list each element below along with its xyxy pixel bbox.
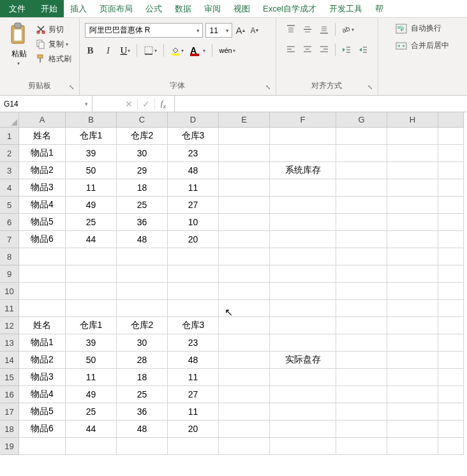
cell-H18[interactable] [387,420,438,438]
cell-G1[interactable] [336,128,387,145]
row-header-18[interactable]: 18 [0,420,19,438]
row-header-1[interactable]: 1 [0,128,19,145]
cell-D9[interactable] [168,265,219,283]
cell-B11[interactable] [66,300,117,317]
cell-B10[interactable] [66,283,117,300]
cell-H14[interactable] [387,352,438,369]
cell-5[interactable] [438,197,464,214]
cell-H5[interactable] [387,197,438,214]
tab-10[interactable]: 帮 [369,0,390,17]
cell-A9[interactable] [19,265,66,283]
cell-A12[interactable]: 姓名 [19,317,66,334]
phonetic-button[interactable]: wén▾ [219,47,235,54]
row-header-9[interactable]: 9 [0,265,19,283]
cell-B19[interactable] [66,438,117,455]
cell-E11[interactable] [219,300,270,317]
cell-E4[interactable] [219,179,270,197]
row-header-16[interactable]: 16 [0,386,19,403]
cell-1[interactable] [438,128,464,145]
cell-A3[interactable]: 物品2 [19,162,66,179]
cell-B12[interactable]: 仓库1 [66,317,117,334]
cell-D14[interactable]: 48 [168,352,219,369]
cell-D8[interactable] [168,248,219,265]
select-all-corner[interactable] [0,112,19,128]
align-right-button[interactable] [318,44,330,56]
cell-B6[interactable]: 25 [66,214,117,231]
align-top-button[interactable] [285,24,297,35]
col-header-F[interactable]: F [270,112,336,128]
cell-D4[interactable]: 11 [168,179,219,197]
cell-F17[interactable] [270,403,336,420]
cell-C9[interactable] [117,265,168,283]
cell-C3[interactable]: 29 [117,162,168,179]
cell-F16[interactable] [270,386,336,403]
cell-H16[interactable] [387,386,438,403]
fill-color-button[interactable]: ▾ [170,45,184,56]
cell-D15[interactable]: 11 [168,369,219,386]
row-header-4[interactable]: 4 [0,179,19,197]
row-header-2[interactable]: 2 [0,145,19,162]
cell-A15[interactable]: 物品3 [19,369,66,386]
align-center-button[interactable] [302,44,313,56]
cell-F10[interactable] [270,283,336,300]
cell-G13[interactable] [336,334,387,352]
cell-B18[interactable]: 44 [66,420,117,438]
insert-function-button[interactable]: fx [155,98,172,110]
cell-F19[interactable] [270,438,336,455]
cell-H7[interactable] [387,231,438,248]
cell-B3[interactable]: 50 [66,162,117,179]
cell-D1[interactable]: 仓库3 [168,128,219,145]
cell-G18[interactable] [336,420,387,438]
cell-H12[interactable] [387,317,438,334]
cell-14[interactable] [438,352,464,369]
tab-4[interactable]: 公式 [139,0,168,17]
cell-E6[interactable] [219,214,270,231]
cell-B4[interactable]: 11 [66,179,117,197]
cell-D17[interactable]: 11 [168,403,219,420]
cell-E17[interactable] [219,403,270,420]
cell-C4[interactable]: 18 [117,179,168,197]
cell-C10[interactable] [117,283,168,300]
font-size-dropdown[interactable]: 11▾ [205,23,232,38]
cell-C19[interactable] [117,438,168,455]
cell-D6[interactable]: 10 [168,214,219,231]
tab-0[interactable]: 文件 [0,0,34,17]
cell-C7[interactable]: 48 [117,231,168,248]
cell-F8[interactable] [270,248,336,265]
cell-16[interactable] [438,386,464,403]
col-header-E[interactable]: E [219,112,270,128]
cell-C6[interactable]: 36 [117,214,168,231]
cell-B13[interactable]: 39 [66,334,117,352]
cut-button[interactable]: 剪切 [36,24,71,35]
cell-18[interactable] [438,420,464,438]
cell-B7[interactable]: 44 [66,231,117,248]
cell-H9[interactable] [387,265,438,283]
align-middle-button[interactable] [302,24,313,35]
row-header-5[interactable]: 5 [0,197,19,214]
cell-G7[interactable] [336,231,387,248]
cell-A11[interactable] [19,300,66,317]
cell-F11[interactable] [270,300,336,317]
tab-2[interactable]: 插入 [64,0,93,17]
cell-F13[interactable] [270,334,336,352]
cell-C15[interactable]: 18 [117,369,168,386]
row-header-19[interactable]: 19 [0,438,19,455]
cell-E19[interactable] [219,438,270,455]
cell-15[interactable] [438,369,464,386]
cell-C2[interactable]: 30 [117,145,168,162]
tab-5[interactable]: 数据 [168,0,198,17]
cell-D10[interactable] [168,283,219,300]
underline-button[interactable]: U▾ [121,45,131,56]
cell-A7[interactable]: 物品6 [19,231,66,248]
cell-D11[interactable] [168,300,219,317]
col-header-G[interactable]: G [336,112,387,128]
cell-C12[interactable]: 仓库2 [117,317,168,334]
cell-F6[interactable] [270,214,336,231]
cell-D18[interactable]: 20 [168,420,219,438]
cell-F9[interactable] [270,265,336,283]
cell-2[interactable] [438,145,464,162]
cell-H6[interactable] [387,214,438,231]
cell-G6[interactable] [336,214,387,231]
font-name-dropdown[interactable]: 阿里巴巴普惠体 R▾ [85,23,203,38]
tab-9[interactable]: 开发工具 [323,0,369,17]
